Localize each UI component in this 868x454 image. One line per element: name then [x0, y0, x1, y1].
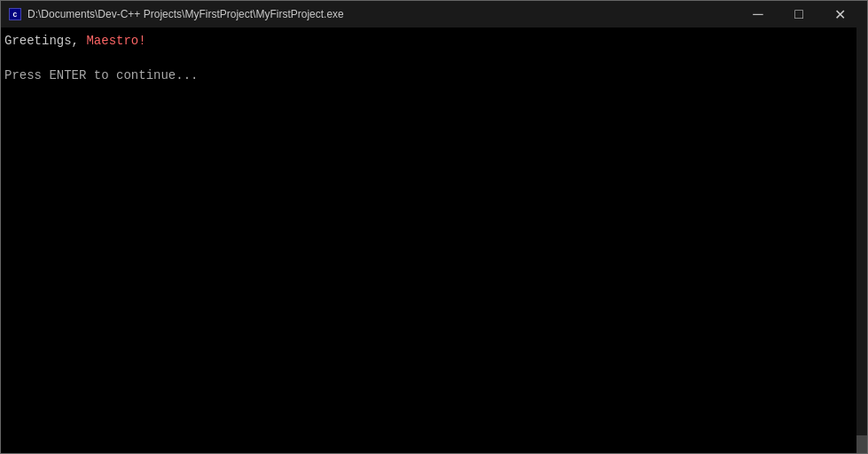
scrollbar[interactable]	[856, 27, 867, 453]
title-bar: C D:\Documents\Dev-C++ Projects\MyFirstP…	[1, 1, 867, 27]
blank-line	[4, 51, 864, 67]
close-button[interactable]: ✕	[819, 1, 860, 27]
greeting-prefix: Greetings,	[4, 34, 86, 48]
greeting-name: Maestro!	[86, 34, 145, 48]
console-area: Greetings, Maestro! Press ENTER to conti…	[1, 27, 867, 453]
minimize-button[interactable]: ─	[738, 1, 778, 27]
press-line: Press ENTER to continue...	[4, 67, 864, 85]
scrollbar-thumb	[856, 435, 867, 453]
cmd-icon-graphic: C	[9, 8, 21, 20]
app-icon: C	[8, 7, 22, 21]
window: C D:\Documents\Dev-C++ Projects\MyFirstP…	[0, 0, 868, 454]
window-title: D:\Documents\Dev-C++ Projects\MyFirstPro…	[27, 8, 344, 20]
greeting-line: Greetings, Maestro!	[4, 33, 864, 51]
console-content: Greetings, Maestro! Press ENTER to conti…	[1, 27, 867, 90]
maximize-button[interactable]: □	[778, 1, 819, 27]
window-controls: ─ □ ✕	[738, 1, 860, 27]
title-bar-left: C D:\Documents\Dev-C++ Projects\MyFirstP…	[8, 7, 344, 21]
